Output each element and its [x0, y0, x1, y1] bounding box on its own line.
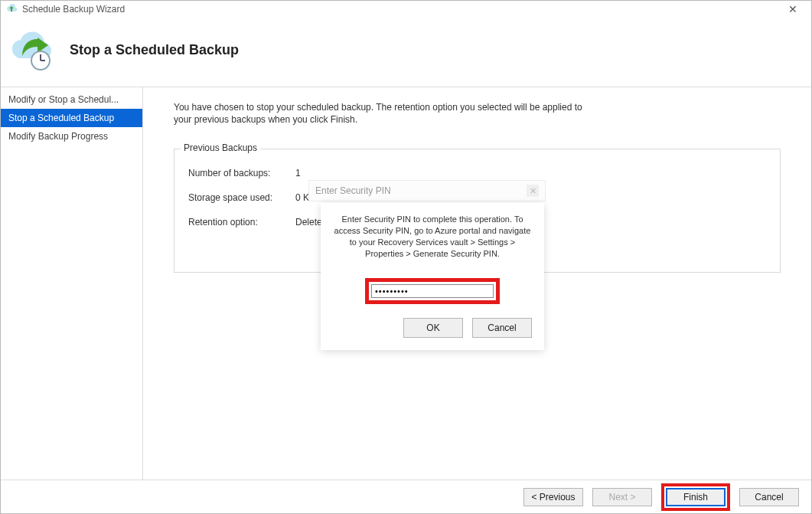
sidebar-step-progress[interactable]: Modify Backup Progress [1, 127, 142, 146]
previous-backups-group: Previous Backups Number of backups: 1 St… [174, 149, 781, 273]
value-number-of-backups: 1 [295, 168, 341, 178]
sidebar: Modify or Stop a Schedul... Stop a Sched… [1, 87, 143, 480]
header-icon [8, 27, 54, 73]
window-title: Schedule Backup Wizard [22, 4, 125, 15]
row-number-of-backups: Number of backups: 1 [188, 168, 766, 178]
finish-button[interactable]: Finish [666, 488, 726, 506]
pin-flyout-title: Enter Security PIN [315, 185, 391, 196]
next-button: Next > [592, 488, 652, 506]
wizard-window: Schedule Backup Wizard ✕ Stop a Schedule… [0, 0, 812, 514]
page-title: Stop a Scheduled Backup [70, 42, 239, 58]
group-legend: Previous Backups [181, 142, 260, 153]
pin-dialog-buttons: OK Cancel [333, 318, 532, 338]
pin-cancel-button[interactable]: Cancel [472, 318, 532, 338]
wizard-body: Modify or Stop a Schedul... Stop a Sched… [1, 87, 811, 480]
app-icon [5, 3, 18, 15]
pin-dialog: Enter Security PIN to complete this oper… [321, 203, 544, 349]
close-icon[interactable]: ✕ [779, 3, 807, 15]
finish-button-highlight: Finish [661, 483, 730, 511]
pin-flyout-header: Enter Security PIN ✕ [308, 180, 546, 201]
previous-button[interactable]: < Previous [523, 488, 583, 506]
sidebar-step-stop-backup[interactable]: Stop a Scheduled Backup [1, 109, 142, 127]
label-storage-used: Storage space used: [188, 192, 295, 203]
wizard-header: Stop a Scheduled Backup [1, 18, 811, 87]
main-panel: You have chosen to stop your scheduled b… [143, 87, 811, 480]
cancel-button[interactable]: Cancel [739, 488, 799, 506]
label-retention-option: Retention option: [188, 217, 295, 228]
label-number-of-backups: Number of backups: [188, 168, 295, 178]
titlebar: Schedule Backup Wizard ✕ [1, 1, 811, 18]
sidebar-step-modify-or-stop[interactable]: Modify or Stop a Schedul... [1, 90, 142, 109]
pin-input-highlight [365, 278, 500, 304]
pin-flyout-close-icon[interactable]: ✕ [527, 185, 539, 197]
security-pin-input[interactable] [371, 284, 494, 298]
wizard-footer: < Previous Next > Finish Cancel [1, 480, 811, 513]
pin-ok-button[interactable]: OK [403, 318, 463, 338]
pin-dialog-message: Enter Security PIN to complete this oper… [333, 214, 532, 259]
intro-text: You have chosen to stop your scheduled b… [174, 101, 602, 126]
